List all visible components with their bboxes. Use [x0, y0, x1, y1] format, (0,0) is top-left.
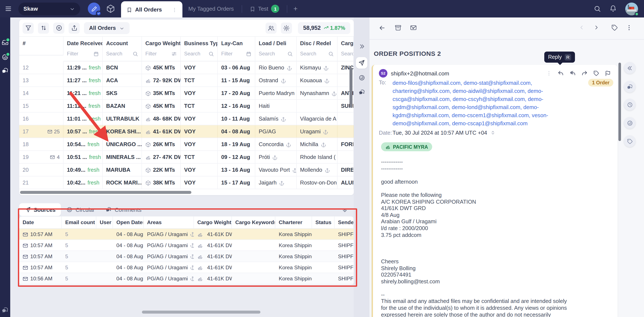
tab-test[interactable]: Test 1	[244, 0, 285, 18]
rail-chat-icon[interactable]	[624, 81, 636, 92]
column-filter[interactable]: Filter	[64, 48, 103, 62]
notifications-bell-icon[interactable]	[610, 5, 617, 12]
next-email-icon[interactable]	[593, 24, 600, 31]
sender-email[interactable]: shipfix+2@hotmail.com	[391, 70, 449, 76]
view-selector-dropdown[interactable]: All Orders	[84, 22, 130, 34]
rail-comments-icon[interactable]	[358, 89, 365, 96]
source-row[interactable]: 10:57 AM504 - 08 AugPG/AG / Uragami41-61…	[19, 229, 354, 240]
column-filter[interactable]: Search	[181, 48, 218, 62]
mark-read-icon[interactable]	[410, 24, 417, 31]
archive-icon[interactable]	[395, 24, 402, 31]
column-header[interactable]: Email count	[62, 216, 96, 229]
collapse-right-rail-icon[interactable]	[624, 62, 636, 74]
order-row[interactable]: 2110:42...freshROCK MARI...38K MTsVOY15 …	[19, 176, 354, 190]
more-options-icon[interactable]	[626, 24, 632, 31]
forward-icon[interactable]	[581, 70, 588, 76]
tab-sources[interactable]: Sources	[19, 203, 61, 216]
settings-gear-button[interactable]	[281, 22, 292, 34]
page-horizontal-scrollbar[interactable]	[142, 310, 260, 314]
source-row[interactable]: 10:57 AM504 - 08 AugPG/AG / Uragami41-61…	[19, 240, 354, 251]
horizontal-scrollbar[interactable]	[20, 191, 191, 194]
column-filter[interactable]: Filter	[218, 48, 255, 62]
order-row[interactable]: 2010:49...freshMARUBA22K MTsVOY13 - 16 A…	[19, 164, 354, 176]
rail-tag-icon[interactable]	[624, 136, 636, 147]
column-header[interactable]: Cargo Weight	[194, 216, 232, 229]
vessel-tag[interactable]: PACIFIC MYRA	[381, 142, 432, 151]
filter-button[interactable]	[22, 22, 34, 34]
tab-all-orders[interactable]: All Orders	[121, 1, 182, 18]
column-header[interactable]: Status	[312, 216, 334, 229]
export-button[interactable]	[68, 22, 80, 34]
email-tag-icon[interactable]	[593, 70, 599, 76]
rail-history-clock-icon[interactable]	[624, 99, 636, 110]
column-header[interactable]: Lay-Can	[218, 37, 255, 48]
source-row[interactable]: 10:56 AM504 - 08 AugPG/AG / Uragami41-61…	[19, 273, 354, 284]
column-filter[interactable]: Search	[338, 48, 354, 62]
recipient-list[interactable]: demo-filos@shipfixmail.com, demo-stat@sh…	[392, 79, 551, 128]
flag-icon[interactable]	[605, 70, 611, 76]
column-header[interactable]: Date Received	[64, 37, 103, 48]
column-header[interactable]: Cargo	[338, 37, 354, 48]
order-row[interactable]: 172510:57 ...freshKOREA SHI...41- 61K DW…	[19, 126, 354, 138]
column-header[interactable]: Open Dates	[113, 216, 144, 229]
source-row[interactable]: 10:57 AM504 - 08 AugPG/AG / Uragami41-61…	[19, 262, 354, 273]
tab-my-tagged-orders[interactable]: My Tagged Orders	[182, 0, 240, 18]
rail-circular-icon[interactable]	[624, 117, 636, 129]
prev-email-icon[interactable]	[578, 24, 585, 31]
order-row[interactable]: 1511:11 ...freshBAZAN45K MTsTCT12 - 16 A…	[19, 100, 354, 113]
order-row[interactable]: 1211:29 ...freshBCN45K MTsVOY03 - 06 Aug…	[19, 62, 354, 74]
column-header[interactable]: Charterer	[275, 216, 312, 229]
column-header[interactable]: Areas	[144, 216, 194, 229]
back-arrow-icon[interactable]	[378, 24, 386, 32]
rail-sources-icon[interactable]	[356, 57, 368, 68]
sort-button[interactable]	[38, 22, 49, 34]
expand-details-icon[interactable]	[490, 130, 495, 135]
tab-options-icon[interactable]	[172, 6, 177, 12]
rail-circular-icon[interactable]	[358, 74, 365, 81]
email-more-icon[interactable]	[546, 70, 552, 76]
email-scrollbar[interactable]	[618, 63, 621, 141]
column-header[interactable]: Cargo Keywords	[232, 216, 275, 229]
column-header[interactable]: Load / Deli	[255, 37, 297, 48]
integrations-button[interactable]	[106, 4, 115, 13]
column-header[interactable]: Account	[103, 37, 142, 48]
column-filter[interactable]: Search	[255, 48, 297, 62]
source-row[interactable]: 10:57 AM504 - 08 AugPG/AG / Uragami41-61…	[19, 251, 354, 262]
support-chat-icon[interactable]	[1, 306, 9, 314]
order-row[interactable]: 1810:54...freshUNICARGO ...26K MTsVOY18 …	[19, 138, 354, 151]
column-header[interactable]: Date	[19, 216, 62, 229]
order-count-badge[interactable]: 1 Order	[588, 79, 613, 86]
column-header[interactable]: Cargo Weight	[142, 37, 181, 48]
order-row[interactable]: 19410:51 ...freshMINERALS ...27- 47K DWT…	[19, 151, 354, 164]
reply-all-icon[interactable]	[570, 70, 576, 76]
new-tab-button[interactable]: +	[289, 4, 302, 13]
order-row[interactable]: 1411:21 ...freshSKS35K MTsVOY17 - 20 Aug…	[19, 87, 354, 100]
sidebar-circulars-icon[interactable]	[1, 53, 9, 61]
order-row[interactable]: 1311:27 ...freshACA72- 92K DWTCT11 - 15 …	[19, 74, 354, 87]
tab-comments[interactable]: Comments	[100, 203, 147, 216]
column-filter[interactable]: Search	[103, 48, 142, 62]
workspace-selector[interactable]: Skaw	[18, 2, 80, 15]
column-header[interactable]: Sender	[334, 216, 354, 229]
user-avatar[interactable]	[625, 2, 638, 15]
column-header[interactable]: Business Type	[181, 37, 218, 48]
column-filter[interactable]: Search	[297, 48, 338, 62]
tab-circular[interactable]: Circular	[61, 203, 100, 216]
expand-rail-icon[interactable]	[359, 44, 364, 50]
search-icon[interactable]	[594, 5, 601, 12]
order-row[interactable]: 1611:01 ...freshULTRABULK48- 68K DWVOY10…	[19, 113, 354, 126]
compose-button[interactable]	[88, 2, 100, 15]
collapse-panel-icon[interactable]	[342, 206, 348, 214]
column-header[interactable]: User	[96, 216, 113, 229]
add-order-button[interactable]	[53, 22, 64, 34]
column-filter[interactable]: Filter	[142, 48, 181, 62]
column-filter[interactable]	[19, 48, 64, 56]
column-header[interactable]: #	[19, 37, 64, 48]
sidebar-inbox-icon[interactable]	[1, 39, 9, 46]
vertical-scrollbar[interactable]	[350, 67, 352, 108]
shared-users-button[interactable]	[266, 22, 277, 34]
sidebar-chats-icon[interactable]	[1, 67, 9, 74]
hamburger-menu-icon[interactable]	[4, 5, 13, 12]
reply-icon[interactable]	[558, 70, 564, 76]
column-header[interactable]: Disc / Redel	[297, 37, 338, 48]
